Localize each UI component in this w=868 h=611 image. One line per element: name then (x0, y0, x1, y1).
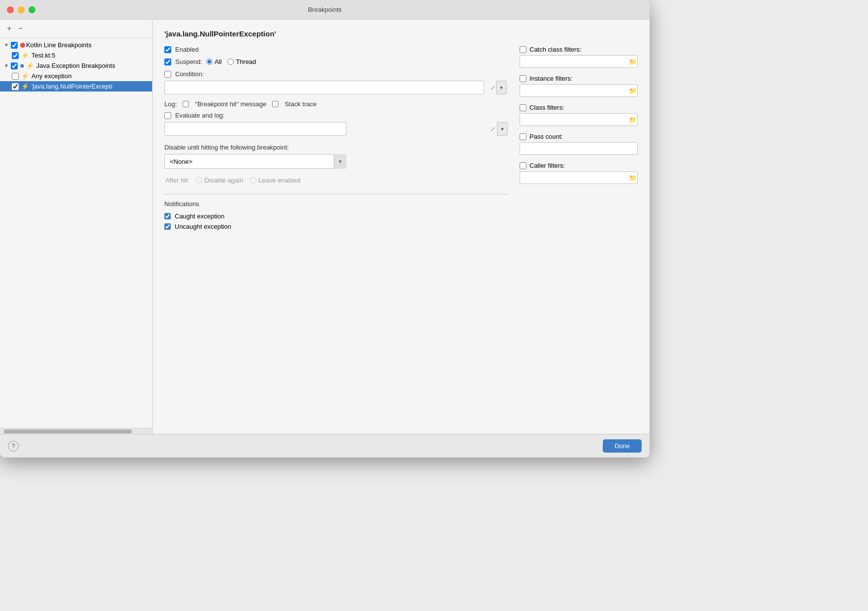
suspend-thread-radio[interactable] (227, 59, 234, 65)
after-hit-disable-option[interactable]: Disable again (196, 177, 243, 184)
main-layout: + − ▼ Kotlin Line Breakpoints ⚡ Test.kt:… (0, 20, 650, 434)
suspend-thread-label: Thread (236, 58, 256, 65)
evaluate-dropdown-button[interactable]: ▼ (497, 122, 508, 136)
instance-checkbox[interactable] (520, 75, 527, 82)
log-stack-trace-label: Stack trace (284, 100, 316, 108)
left-toolbar: + − (0, 20, 152, 38)
titlebar: Breakpoints (0, 0, 650, 20)
caller-checkbox[interactable] (520, 162, 527, 169)
done-button[interactable]: Done (603, 439, 642, 453)
suspend-all-radio[interactable] (206, 59, 213, 65)
java-minus-icon: ■ (20, 62, 24, 69)
after-hit-label: After hit: (165, 177, 189, 184)
condition-input[interactable] (164, 81, 484, 94)
caller-input[interactable] (520, 171, 638, 184)
remove-breakpoint-button[interactable]: − (16, 24, 25, 33)
catch-class-checkbox[interactable] (520, 46, 527, 53)
disable-dropdown-wrap: <None> ▼ (164, 154, 346, 169)
evaluate-expand-button[interactable]: ⤢ (491, 126, 495, 132)
tree-java-group[interactable]: ▼ ■ ⚡ Java Exception Breakpoints (0, 61, 152, 71)
tree-kotlin-checkbox[interactable] (11, 42, 18, 49)
condition-dropdown-button[interactable]: ▼ (496, 81, 507, 94)
right-panel: 'java.lang.NullPointerException' Enabled… (153, 20, 650, 434)
evaluate-row: Evaluate and log: (164, 112, 508, 119)
instance-input[interactable] (520, 84, 638, 97)
right-filters: Catch class filters: 📁 Instance filters: (520, 46, 638, 233)
caught-exception-checkbox[interactable] (164, 213, 171, 219)
close-button[interactable] (7, 6, 14, 13)
tree-any-exception-checkbox[interactable] (12, 73, 19, 80)
log-label: Log: (164, 100, 177, 108)
any-exception-lightning-icon: ⚡ (21, 72, 29, 80)
disable-until-label: Disable until hitting the following brea… (164, 144, 508, 151)
condition-label: Condition: (175, 70, 204, 78)
condition-expand-button[interactable]: ⤢ (491, 85, 495, 91)
notifications-title: Notifications (164, 200, 508, 208)
evaluate-checkbox[interactable] (164, 112, 171, 119)
suspend-checkbox[interactable] (164, 59, 171, 65)
suspend-thread-option[interactable]: Thread (227, 58, 256, 65)
enabled-checkbox[interactable] (164, 46, 171, 53)
catch-class-input[interactable] (520, 55, 638, 68)
after-hit-disable-radio (196, 177, 202, 183)
caught-exception-label: Caught exception (175, 213, 224, 220)
evaluate-input[interactable] (164, 122, 346, 136)
log-breakpoint-checkbox[interactable] (183, 101, 189, 107)
instance-input-wrap: 📁 (520, 84, 638, 97)
tree-null-pointer[interactable]: ⚡ 'java.lang.NullPointerExcepti (0, 81, 152, 92)
catch-class-filter-item: Catch class filters: 📁 (520, 46, 638, 68)
tree-any-exception-label: Any exception (31, 72, 72, 80)
suspend-all-label: All (215, 58, 221, 65)
evaluate-input-wrap: ⤢ ▼ (164, 122, 508, 136)
tree-kotlin-group[interactable]: ▼ Kotlin Line Breakpoints (0, 40, 152, 50)
disable-section: Disable until hitting the following brea… (164, 144, 508, 169)
pass-count-filter-item: Pass count: (520, 133, 638, 155)
caller-input-wrap: 📁 (520, 171, 638, 184)
tree-kotlin-item[interactable]: ⚡ Test.kt:5 (0, 50, 152, 61)
maximize-button[interactable] (29, 6, 35, 13)
catch-class-label-row: Catch class filters: (520, 46, 638, 53)
instance-folder-button[interactable]: 📁 (629, 87, 637, 94)
add-breakpoint-button[interactable]: + (5, 24, 13, 33)
class-folder-button[interactable]: 📁 (629, 116, 637, 123)
tree-null-pointer-checkbox[interactable] (12, 83, 19, 90)
caller-folder-button[interactable]: 📁 (629, 174, 637, 182)
after-hit-leave-option[interactable]: Leave enabled (250, 177, 300, 184)
help-button[interactable]: ? (8, 441, 19, 452)
condition-checkbox[interactable] (164, 71, 171, 78)
instance-filter-item: Instance filters: 📁 (520, 75, 638, 97)
kotlin-lightning-icon: ⚡ (21, 52, 29, 59)
tree-java-checkbox[interactable] (11, 62, 18, 69)
after-hit-disable-label: Disable again (204, 177, 243, 184)
caller-label: Caller filters: (529, 162, 565, 169)
tree-kotlin-group-label: Kotlin Line Breakpoints (26, 41, 92, 49)
suspend-row: Suspend: All Thread (164, 58, 508, 65)
catch-class-label: Catch class filters: (529, 46, 581, 53)
pass-count-input[interactable] (520, 142, 638, 155)
tree-kotlin-item-checkbox[interactable] (12, 52, 19, 59)
condition-input-wrap: ⤢ ▼ (164, 81, 508, 94)
catch-class-folder-button[interactable]: 📁 (629, 58, 637, 65)
suspend-radio-group: All Thread (206, 58, 256, 65)
class-filter-item: Class filters: 📁 (520, 104, 638, 126)
tree-java-group-label: Java Exception Breakpoints (36, 62, 115, 69)
class-input[interactable] (520, 113, 638, 126)
caller-label-row: Caller filters: (520, 162, 638, 169)
log-stack-trace-checkbox[interactable] (272, 101, 279, 107)
content-split: Enabled Suspend: All Thread (164, 46, 638, 233)
scrollbar-thumb (4, 429, 132, 433)
uncaught-exception-label: Uncaught exception (175, 223, 231, 230)
tree-any-exception[interactable]: ⚡ Any exception (0, 71, 152, 81)
null-pointer-lightning-icon: ⚡ (21, 83, 29, 90)
class-checkbox[interactable] (520, 104, 527, 111)
instance-label: Instance filters: (529, 75, 572, 82)
disable-dropdown[interactable]: <None> (164, 154, 346, 169)
minimize-button[interactable] (18, 6, 25, 13)
uncaught-exception-checkbox[interactable] (164, 223, 171, 230)
notifications-section: Notifications Caught exception Uncaught … (164, 194, 508, 230)
evaluate-label: Evaluate and log: (175, 112, 224, 119)
condition-row: Condition: (164, 70, 508, 78)
suspend-all-option[interactable]: All (206, 58, 221, 65)
pass-count-checkbox[interactable] (520, 133, 527, 140)
enabled-row: Enabled (164, 46, 508, 53)
